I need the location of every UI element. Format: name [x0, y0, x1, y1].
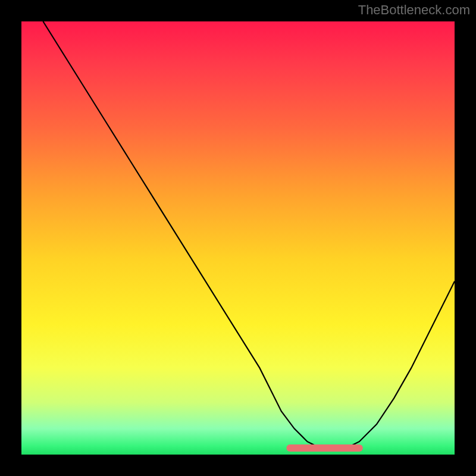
- plot-area: [21, 21, 455, 455]
- watermark-text: TheBottleneck.com: [358, 2, 470, 18]
- bottleneck-curve: [43, 21, 455, 448]
- chart-frame: TheBottleneck.com: [0, 0, 476, 476]
- chart-svg: [21, 21, 455, 455]
